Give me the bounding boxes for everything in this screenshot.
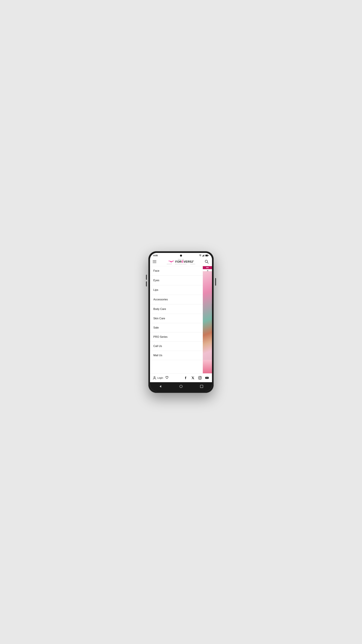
menu-item-eyes-label: Eyes: [153, 279, 159, 282]
svg-rect-18: [200, 385, 203, 388]
instagram-icon: [198, 376, 202, 380]
svg-point-12: [199, 377, 201, 378]
menu-item-pro-series-label: PRO Series: [153, 336, 167, 338]
search-icon: [205, 260, 209, 264]
svg-rect-7: [206, 255, 208, 256]
facebook-button[interactable]: [184, 376, 188, 380]
bottom-toolbar: Login: [150, 373, 212, 382]
menu-item-skin-care-label: Skin Care: [153, 317, 165, 320]
android-recents-button[interactable]: [198, 384, 205, 389]
logo-wings-icon: [168, 260, 175, 264]
status-time: 9:05: [153, 254, 158, 257]
youtube-button[interactable]: [205, 376, 209, 380]
android-nav-bar: [150, 382, 212, 391]
menu-item-accessories-label: Accessories: [153, 298, 168, 301]
logo-brand-text: FORÉVER52®: [175, 260, 194, 264]
battery-icon: [205, 254, 209, 256]
svg-point-10: [154, 376, 155, 378]
menu-item-face-label: Face: [153, 269, 159, 272]
camera-notch: [180, 254, 182, 256]
wishlist-button[interactable]: [165, 376, 169, 380]
power-button[interactable]: [215, 278, 216, 286]
svg-rect-6: [208, 255, 209, 256]
svg-point-17: [180, 385, 182, 388]
sale-banner: 999: [203, 266, 212, 269]
login-label: Login: [157, 376, 163, 379]
logo-main-container: FORÉVER52®: [168, 260, 194, 264]
hamburger-menu-button[interactable]: [153, 259, 158, 264]
android-back-button[interactable]: [157, 384, 164, 389]
facebook-icon: [184, 376, 188, 380]
status-icons: [199, 254, 209, 256]
svg-rect-4: [204, 254, 205, 256]
login-button[interactable]: Login: [153, 376, 163, 380]
hamburger-line-2: [153, 262, 156, 262]
svg-marker-16: [160, 385, 161, 388]
menu-item-sale-label: Sale: [153, 326, 159, 329]
android-home-button[interactable]: [178, 384, 184, 389]
heart-icon: [165, 376, 169, 379]
search-button[interactable]: [204, 259, 209, 264]
logo-daily-life-text: Daily life: [178, 259, 184, 260]
svg-point-13: [201, 377, 201, 377]
instagram-button[interactable]: [198, 376, 202, 380]
menu-item-call-us-label: Call Us: [153, 345, 162, 348]
hamburger-line-1: [153, 260, 156, 260]
menu-item-lips-label: Lips: [153, 288, 158, 292]
app-header: Daily life FORÉVER52®: [150, 258, 212, 266]
logo-professional-text: PROFESSIONAL: [175, 264, 187, 265]
svg-point-0: [200, 256, 200, 256]
sale-price: 999: [206, 267, 209, 268]
svg-rect-1: [202, 256, 203, 256]
menu-item-mail-us-label: Mail Us: [153, 354, 162, 357]
hamburger-line-3: [153, 263, 156, 263]
svg-rect-2: [203, 255, 203, 256]
bottom-left-section: Login: [153, 376, 169, 380]
user-icon: [153, 376, 156, 380]
phone-device: 9:05: [148, 251, 214, 393]
wifi-icon: [199, 254, 202, 256]
twitter-x-icon: [191, 376, 195, 380]
back-triangle-icon: [159, 385, 162, 388]
volume-up-button[interactable]: [146, 275, 147, 280]
svg-line-9: [207, 262, 209, 264]
menu-item-body-care-label: Body Care: [153, 308, 166, 310]
phone-button-indicator: [212, 304, 212, 310]
app-logo: Daily life FORÉVER52®: [167, 259, 195, 265]
social-icons-group: [184, 376, 209, 380]
recents-square-icon: [200, 385, 203, 388]
volume-down-button[interactable]: [146, 282, 147, 286]
youtube-icon: [205, 376, 209, 380]
svg-rect-3: [204, 255, 204, 256]
home-circle-icon: [179, 385, 183, 388]
background-peek: 999: [203, 266, 212, 373]
twitter-x-button[interactable]: [191, 376, 195, 380]
bg-bottom-strip: [203, 360, 212, 373]
signal-icon: [202, 254, 205, 256]
phone-screen: 9:05: [150, 253, 212, 391]
bg-image: [203, 271, 212, 360]
